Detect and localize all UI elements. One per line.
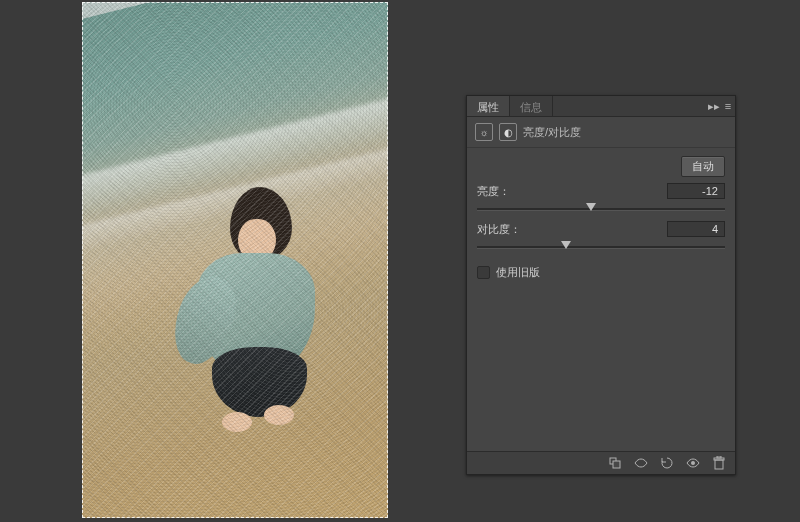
svg-rect-3 [715,460,723,469]
svg-point-2 [691,461,695,465]
trash-icon[interactable] [711,455,727,471]
contrast-slider-thumb[interactable] [561,241,571,249]
auto-button[interactable]: 自动 [681,156,725,177]
legacy-label: 使用旧版 [496,265,540,280]
clip-to-layer-icon[interactable] [607,455,623,471]
panel-footer [467,451,735,474]
tab-info[interactable]: 信息 [510,96,553,116]
view-previous-icon[interactable] [633,455,649,471]
canvas-image [82,2,388,518]
document-canvas[interactable] [82,2,388,518]
sun-icon: ☼ [475,123,493,141]
auto-button-label: 自动 [692,160,714,172]
reset-icon[interactable] [659,455,675,471]
brightness-input[interactable] [667,183,725,199]
svg-rect-5 [717,456,721,458]
panel-title: 亮度/对比度 [523,125,581,140]
tab-properties-label: 属性 [477,100,499,115]
tab-properties[interactable]: 属性 [467,96,510,116]
panel-menu-icon[interactable]: ≡ [721,96,735,116]
properties-panel: 属性 信息 ▸▸ ≡ ☼ ◐ 亮度/对比度 自动 亮度： [466,95,736,475]
visibility-icon[interactable] [685,455,701,471]
legacy-checkbox[interactable] [477,266,490,279]
half-circle-icon: ◐ [499,123,517,141]
brightness-label: 亮度： [477,184,537,199]
contrast-control: 对比度： [477,221,725,253]
contrast-slider[interactable] [477,241,725,253]
contrast-label: 对比度： [477,222,537,237]
panel-header: ☼ ◐ 亮度/对比度 [467,117,735,148]
brightness-slider[interactable] [477,203,725,215]
legacy-row: 使用旧版 [477,265,725,280]
svg-rect-1 [613,461,620,468]
brightness-control: 亮度： [477,183,725,215]
tab-info-label: 信息 [520,100,542,115]
panel-tabstrip: 属性 信息 ▸▸ ≡ [467,96,735,117]
contrast-input[interactable] [667,221,725,237]
panel-collapse-icon[interactable]: ▸▸ [707,96,721,116]
brightness-slider-thumb[interactable] [586,203,596,211]
